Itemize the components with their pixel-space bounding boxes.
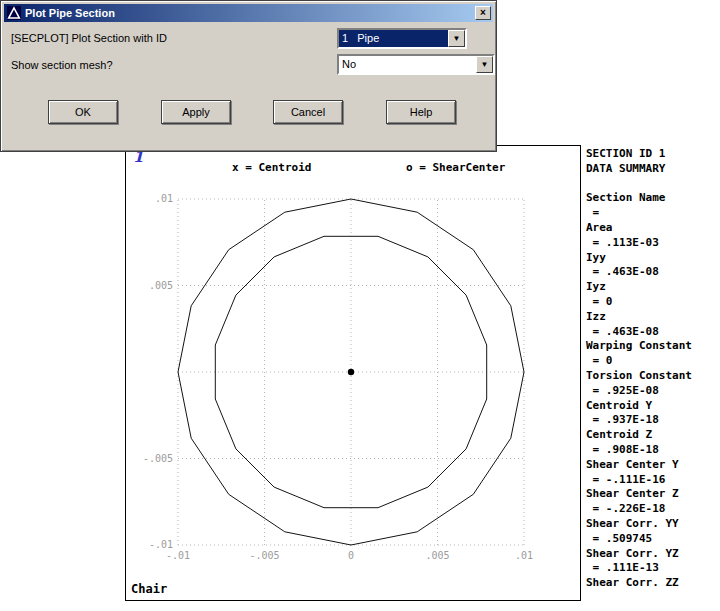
plot-pipe-section-dialog: Plot Pipe Section × [SECPLOT] Plot Secti… (0, 0, 497, 152)
plot-caption: Chair (131, 582, 167, 596)
mesh-question-label: Show section mesh? (11, 59, 113, 71)
section-data-summary: SECTION ID 1DATA SUMMARY Section Name =A… (586, 147, 692, 591)
chevron-down-icon[interactable]: ▼ (476, 56, 493, 73)
y-tick-label: -.005 (143, 453, 173, 464)
cancel-button[interactable]: Cancel (273, 100, 343, 124)
x-tick-label: 0 (348, 550, 354, 561)
summary-line: = .113E-03 (586, 236, 692, 251)
summary-line: = .463E-08 (586, 265, 692, 280)
summary-line: = (586, 206, 692, 221)
summary-line: = .463E-08 (586, 325, 692, 340)
chevron-down-icon[interactable]: ▼ (448, 30, 465, 47)
summary-line: = 0 (586, 354, 692, 369)
summary-line: Shear Center Z (586, 487, 692, 502)
summary-line: = -.226E-18 (586, 502, 692, 517)
graphics-window: -.01-.0050.005.01.01.005-.005-.01 1 x = … (125, 145, 581, 601)
summary-line: Centroid Z (586, 428, 692, 443)
y-tick-label: .005 (149, 280, 173, 291)
summary-line: Shear Corr. ZZ (586, 576, 692, 591)
summary-line: = .908E-18 (586, 443, 692, 458)
summary-line: SECTION ID 1 (586, 147, 692, 162)
summary-line: Shear Corr. YY (586, 517, 692, 532)
legend-shearcenter: o = ShearCenter (406, 161, 505, 174)
x-tick-label: -.005 (249, 550, 279, 561)
summary-line: Torsion Constant (586, 369, 692, 384)
dialog-title: Plot Pipe Section (25, 7, 475, 19)
y-tick-label: .01 (155, 193, 173, 204)
x-tick-label: .01 (515, 550, 533, 561)
y-tick-label: -.01 (149, 539, 173, 550)
summary-line: Warping Constant (586, 339, 692, 354)
summary-line: = 0 (586, 295, 692, 310)
legend-centroid: x = Centroid (232, 161, 311, 174)
summary-line: = .925E-08 (586, 384, 692, 399)
ansys-app-icon (7, 6, 21, 20)
summary-line: = .111E-13 (586, 561, 692, 576)
summary-line: = -.111E-16 (586, 473, 692, 488)
x-tick-label: -.01 (166, 550, 190, 561)
summary-line (586, 177, 692, 192)
summary-line: DATA SUMMARY (586, 162, 692, 177)
summary-line: Centroid Y (586, 399, 692, 414)
summary-line: Section Name (586, 191, 692, 206)
show-mesh-value: No (339, 56, 476, 73)
x-tick-label: .005 (425, 550, 449, 561)
help-button[interactable]: Help (386, 100, 456, 124)
summary-line: Iyz (586, 280, 692, 295)
summary-line: Izz (586, 310, 692, 325)
centroid-marker (348, 369, 354, 375)
close-icon: × (480, 7, 486, 18)
show-mesh-dropdown[interactable]: No ▼ (337, 54, 495, 75)
section-id-dropdown[interactable]: 1 Pipe ▼ (337, 28, 467, 49)
summary-line: Iyy (586, 251, 692, 266)
summary-line: = .937E-18 (586, 413, 692, 428)
summary-line: Shear Center Y (586, 458, 692, 473)
summary-line: Area (586, 221, 692, 236)
section-id-value: 1 Pipe (339, 30, 448, 47)
ok-button[interactable]: OK (48, 100, 118, 124)
secplot-label: [SECPLOT] Plot Section with ID (11, 32, 167, 44)
apply-button[interactable]: Apply (161, 100, 231, 124)
summary-line: = .509745 (586, 532, 692, 547)
section-plot-svg: -.01-.0050.005.01.01.005-.005-.01 (126, 146, 580, 600)
close-button[interactable]: × (475, 6, 491, 20)
dialog-titlebar[interactable]: Plot Pipe Section × (4, 4, 493, 22)
summary-line: Shear Corr. YZ (586, 547, 692, 562)
